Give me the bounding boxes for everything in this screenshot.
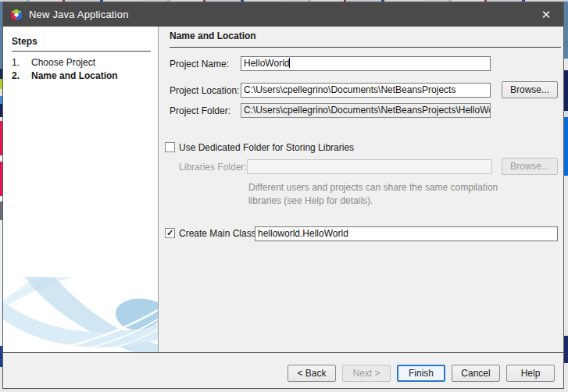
project-folder-readonly-field: C:\Users\cpellegrino\Documents\NetBeansP… [241, 103, 491, 118]
main-class-input[interactable]: helloworld.HelloWorld [255, 226, 558, 241]
cancel-button[interactable]: Cancel [452, 365, 500, 382]
project-location-value: C:\Users\cpellegrino\Documents\NetBeansP… [244, 84, 455, 95]
steps-heading: Steps [12, 36, 151, 52]
project-location-input[interactable]: C:\Users\cpellegrino\Documents\NetBeansP… [241, 83, 491, 98]
new-java-application-dialog: New Java Application ✕ Steps 1. Choose P… [2, 2, 564, 389]
main-class-value: helloworld.HelloWorld [258, 228, 348, 239]
back-button[interactable]: < Back [288, 365, 336, 382]
wizard-buttonbar: < Back Next > Finish Cancel Help [3, 352, 563, 388]
desktop-screen: New Java Application ✕ Steps 1. Choose P… [0, 0, 568, 392]
step-label: Name and Location [31, 70, 118, 82]
steps-list: 1. Choose Project 2. Name and Location [3, 57, 158, 82]
project-name-label: Project Name: [170, 57, 229, 72]
dedicated-folder-checkbox[interactable] [165, 142, 175, 152]
libraries-hint-line2: libraries (see Help for details). [248, 194, 373, 208]
dialog-title: New Java Application [29, 9, 129, 20]
step-item-name-and-location: 2. Name and Location [12, 70, 158, 82]
step-item-choose-project: 1. Choose Project [12, 57, 158, 69]
step-label: Choose Project [31, 57, 95, 69]
text-caret [289, 58, 290, 68]
step-number: 2. [12, 70, 31, 82]
steps-panel: Steps 1. Choose Project 2. Name and Loca… [3, 27, 159, 352]
project-name-value: HelloWorld [244, 58, 289, 69]
browse-libraries-button: Browse... [502, 158, 558, 175]
project-location-label: Project Location: [170, 84, 239, 98]
step-number: 1. [12, 57, 31, 69]
project-folder-value: C:\Users\cpellegrino\Documents\NetBeansP… [244, 105, 491, 116]
help-button[interactable]: Help [506, 365, 555, 382]
libraries-folder-label: Libraries Folder: [179, 160, 247, 175]
next-button: Next > [342, 365, 391, 382]
browse-location-button[interactable]: Browse... [502, 81, 558, 98]
dialog-content: Steps 1. Choose Project 2. Name and Loca… [3, 27, 563, 352]
close-icon[interactable]: ✕ [529, 2, 563, 27]
create-main-class-label[interactable]: Create Main Class [179, 228, 256, 239]
netbeans-swirl-watermark [3, 277, 158, 352]
panel-heading: Name and Location [170, 30, 561, 48]
name-and-location-panel: Name and Location Project Name: HelloWor… [159, 27, 563, 352]
project-name-input[interactable]: HelloWorld [241, 56, 491, 71]
netbeans-cube-icon [10, 9, 23, 21]
finish-button[interactable]: Finish [397, 365, 445, 382]
create-main-class-checkbox[interactable] [165, 228, 175, 238]
libraries-folder-input [247, 159, 492, 174]
dedicated-folder-label[interactable]: Use Dedicated Folder for Storing Librari… [179, 142, 354, 153]
background-window-edge-right [564, 2, 568, 392]
dialog-titlebar[interactable]: New Java Application ✕ [3, 2, 563, 27]
libraries-hint-line1: Different users and projects can share t… [248, 181, 498, 194]
project-folder-label: Project Folder: [170, 104, 230, 119]
